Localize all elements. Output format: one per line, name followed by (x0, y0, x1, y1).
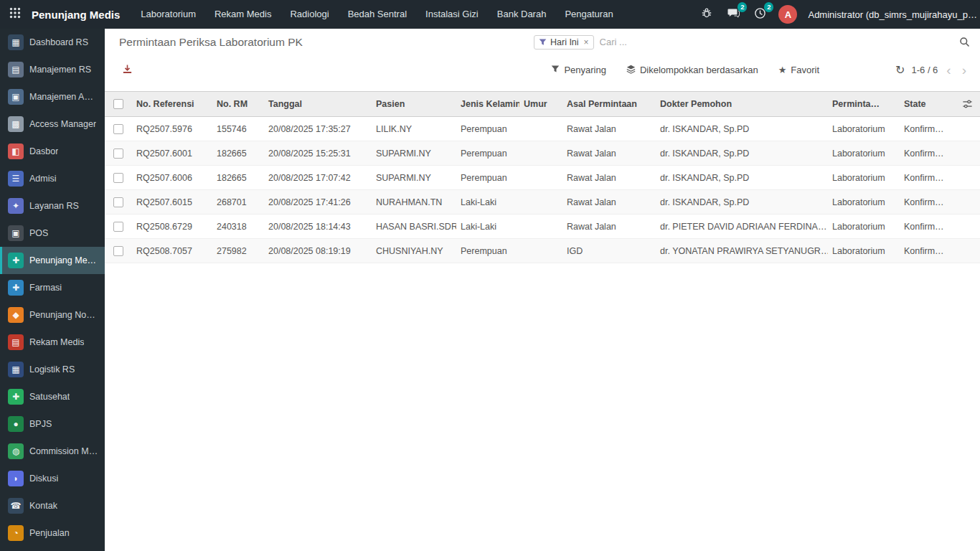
table-row[interactable]: RQ2507.600118266520/08/2025 15:25:31SUPA… (105, 141, 980, 166)
topbar-menu-pengaturan[interactable]: Pengaturan (555, 0, 622, 29)
cell-umur (519, 141, 562, 166)
pager-prev-button[interactable]: ‹ (944, 63, 953, 77)
sidebar-item-logistik-rs[interactable]: ▦Logistik RS (0, 356, 105, 383)
table-row[interactable]: RQ2507.597615574620/08/2025 17:35:27LILI… (105, 117, 980, 141)
table-row[interactable]: RQ2507.601526870120/08/2025 17:41:26NURA… (105, 190, 980, 215)
topbar-menu-laboratorium[interactable]: Laboratorium (131, 0, 205, 29)
search-input[interactable] (594, 34, 959, 50)
pager-next-button[interactable]: › (960, 63, 969, 77)
breadcrumb[interactable]: Permintaan Periksa Laboratorium PK (119, 36, 303, 49)
sidebar-item-satusehat[interactable]: ✚Satusehat (0, 383, 105, 410)
cell-dokter-pemohon: dr. ISKANDAR, Sp.PD (656, 166, 828, 190)
cell-no-referensi: RQ2507.5976 (132, 117, 212, 141)
filter-facet-icon (539, 38, 547, 46)
cell-no-referensi: RQ2508.7057 (132, 239, 212, 263)
sidebar-item-manajemen-a[interactable]: ▣Manajemen A… (0, 83, 105, 110)
cell-perminta: Laboratorium (828, 239, 900, 263)
column-header-umur[interactable]: Umur (519, 92, 562, 117)
messages-button[interactable]: 2 (725, 6, 741, 22)
column-header-state[interactable]: State (900, 92, 956, 117)
cell-tanggal: 20/08/2025 08:19:19 (264, 239, 372, 263)
column-header-asal-permintaan[interactable]: Asal Permintaan (562, 92, 656, 117)
records-table-container: No. ReferensiNo. RMTanggalPasienJenis Ke… (105, 91, 980, 263)
search-facet-label: Hari Ini (550, 37, 579, 47)
user-avatar[interactable]: A (778, 5, 797, 24)
sidebar-item-commission-m[interactable]: ◍Commission M… (0, 438, 105, 465)
row-checkbox[interactable] (113, 222, 123, 232)
cell-no-rm: 182665 (212, 166, 264, 190)
column-header-pasien[interactable]: Pasien (372, 92, 456, 117)
sidebar-item-label: Access Manager (29, 119, 96, 129)
sidebar-item-kontak[interactable]: ☎Kontak (0, 492, 105, 519)
main-content: Permintaan Periksa Laboratorium PK Hari … (105, 29, 980, 551)
table-row[interactable]: RQ2508.705727598220/08/2025 08:19:19CHUS… (105, 239, 980, 263)
app-brand[interactable]: Penunjang Medis (30, 9, 131, 21)
sidebar-item-label: Layanan RS (29, 201, 79, 211)
sidebar-item-access-manager[interactable]: ▩Access Manager (0, 110, 105, 138)
sidebar-item-layanan-rs[interactable]: ✦Layanan RS (0, 192, 105, 220)
filters-button[interactable]: Penyaring (551, 65, 606, 75)
column-header-tanggal[interactable]: Tanggal (264, 92, 372, 117)
sidebar-item-dashboard-rs[interactable]: ▦Dashboard RS (0, 29, 105, 56)
sidebar-item-label: Penjualan (29, 528, 70, 538)
topbar-menu-bedah-sentral[interactable]: Bedah Sentral (339, 0, 416, 29)
search-icon[interactable] (959, 37, 970, 47)
cell-asal-permintaan: Rawat Jalan (562, 215, 656, 239)
sidebar-item-diskusi[interactable]: ◗Diskusi (0, 465, 105, 492)
row-checkbox[interactable] (113, 124, 123, 134)
cell-umur (519, 117, 562, 141)
kontak-icon: ☎ (8, 498, 24, 514)
column-header-perminta[interactable]: Perminta… (828, 92, 900, 117)
column-header-no-rm[interactable]: No. RM (212, 92, 264, 117)
cell-no-rm: 182665 (212, 141, 264, 166)
export-button[interactable] (122, 64, 133, 77)
sidebar-item-admisi[interactable]: ☰Admisi (0, 165, 105, 192)
cell-tanggal: 20/08/2025 17:07:42 (264, 166, 372, 190)
satusehat-icon: ✚ (8, 389, 24, 405)
cell-pasien: HASAN BASRI.SDR (372, 215, 456, 239)
column-header-no-referensi[interactable]: No. Referensi (132, 92, 212, 117)
activities-button[interactable]: 2 (752, 6, 768, 22)
cell-umur (519, 215, 562, 239)
user-menu[interactable]: Administrator (db_simrs_mujirahayu_p… (808, 9, 977, 20)
sidebar-item-dasbor[interactable]: ◧Dasbor (0, 138, 105, 165)
sidebar-item-rekam-medis[interactable]: ▤Rekam Medis (0, 329, 105, 356)
sidebar-item-farmasi[interactable]: ✚Farmasi (0, 274, 105, 301)
topbar-menu-instalasi-gizi[interactable]: Instalasi Gizi (416, 0, 488, 29)
filters-label: Penyaring (564, 65, 606, 75)
table-row[interactable]: RQ2507.600618266520/08/2025 17:07:42SUPA… (105, 166, 980, 190)
sliders-icon (962, 99, 973, 109)
row-checkbox[interactable] (113, 149, 123, 159)
cell-perminta: Laboratorium (828, 215, 900, 239)
select-all-checkbox[interactable] (113, 99, 123, 109)
topbar-menu-rekam-medis[interactable]: Rekam Medis (205, 0, 281, 29)
top-navbar: Penunjang Medis LaboratoriumRekam MedisR… (0, 0, 980, 29)
layanan-rs-icon: ✦ (8, 198, 24, 214)
filter-icon (551, 65, 560, 75)
group-by-button[interactable]: Dikelompokkan berdasarkan (626, 65, 758, 76)
cell-jenis-kelamin: Laki-Laki (456, 190, 519, 215)
column-header-dokter-pemohon[interactable]: Dokter Pemohon (656, 92, 828, 117)
row-checkbox[interactable] (113, 246, 123, 256)
sidebar-item-manajemen-rs[interactable]: ▤Manajemen RS (0, 56, 105, 83)
sidebar-item-penunjang-medis[interactable]: ✚Penunjang Me… (0, 247, 105, 274)
penunjang-non-icon: ◆ (8, 307, 24, 323)
column-header-jenis-kelamin[interactable]: Jenis Kelamin (456, 92, 519, 117)
topbar-menu-radiologi[interactable]: Radiologi (281, 0, 338, 29)
table-row[interactable]: RQ2508.672924031820/08/2025 18:14:43HASA… (105, 215, 980, 239)
bpjs-icon: ● (8, 416, 24, 432)
facet-remove-button[interactable]: × (583, 37, 589, 47)
topbar-menu-bank-darah[interactable]: Bank Darah (488, 0, 556, 29)
sidebar-item-penunjang-non[interactable]: ◆Penunjang No… (0, 301, 105, 329)
row-checkbox[interactable] (113, 197, 123, 207)
apps-menu-button[interactable] (0, 0, 30, 29)
row-checkbox[interactable] (113, 173, 123, 183)
favorites-button[interactable]: ★ Favorit (778, 65, 819, 75)
debug-mode-button[interactable] (699, 6, 715, 22)
sidebar-item-penjualan[interactable]: ◔Penjualan (0, 519, 105, 547)
sidebar-item-pos[interactable]: ▣POS (0, 220, 105, 247)
sidebar-item-bpjs[interactable]: ●BPJS (0, 410, 105, 438)
optional-columns-toggle[interactable] (956, 92, 980, 117)
refresh-icon[interactable]: ↻ (895, 65, 905, 76)
cell-pasien: NURAHMAN.TN (372, 190, 456, 215)
